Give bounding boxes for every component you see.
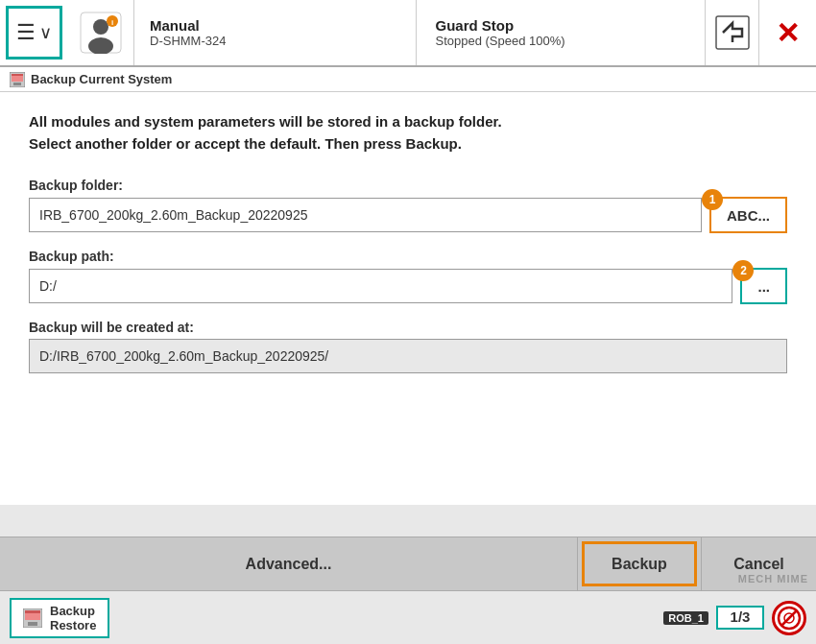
fraction-display: 1/3 bbox=[716, 606, 764, 630]
return-icon-button[interactable] bbox=[705, 0, 758, 65]
backup-restore-button[interactable]: Backup Restore bbox=[10, 598, 109, 638]
subtitle-bar: Backup Current System bbox=[0, 67, 816, 92]
backup-path-input[interactable] bbox=[29, 269, 732, 303]
fraction-value: 1/3 bbox=[731, 609, 751, 626]
description-text: All modules and system parameters will b… bbox=[29, 111, 787, 155]
status-right: ROB_1 1/3 bbox=[663, 601, 806, 635]
svg-point-2 bbox=[88, 37, 113, 54]
backup-created-value: D:/IRB_6700_200kg_2.60m_Backup_20220925/ bbox=[29, 339, 787, 373]
status-bar: Backup Restore ROB_1 1/3 bbox=[0, 590, 816, 644]
backup-path-browse-button[interactable]: 2 ... bbox=[740, 268, 787, 304]
no-go-icon bbox=[777, 606, 802, 631]
mode-label: Manual bbox=[150, 17, 400, 34]
hamburger-icon: ☰ bbox=[16, 22, 36, 43]
guard-status-label: Guard Stop bbox=[436, 17, 686, 34]
user-info: i bbox=[68, 0, 134, 65]
svg-rect-13 bbox=[28, 622, 37, 626]
svg-rect-9 bbox=[13, 83, 21, 85]
device-info: Manual D-SHMM-324 bbox=[134, 0, 417, 65]
close-button[interactable]: ✕ bbox=[758, 0, 816, 65]
speed-status-label: Stopped (Speed 100%) bbox=[436, 34, 686, 48]
close-icon: ✕ bbox=[776, 16, 800, 50]
backup-path-label: Backup path: bbox=[29, 249, 787, 264]
backup-folder-row: 1 ABC... bbox=[29, 197, 787, 233]
svg-rect-5 bbox=[716, 16, 749, 49]
rob-label: ROB_1 bbox=[663, 611, 708, 625]
svg-text:i: i bbox=[111, 18, 113, 27]
main-content: All modules and system parameters will b… bbox=[0, 92, 816, 505]
user-icon: i bbox=[80, 12, 122, 54]
svg-rect-12 bbox=[25, 610, 40, 613]
svg-rect-8 bbox=[12, 74, 23, 76]
menu-button[interactable]: ☰ ∨ bbox=[6, 6, 62, 60]
backup-created-label: Backup will be created at: bbox=[29, 320, 787, 335]
status-info: Guard Stop Stopped (Speed 100%) bbox=[417, 0, 706, 65]
backup-restore-label: Backup Restore bbox=[50, 604, 96, 632]
return-icon bbox=[715, 15, 750, 50]
watermark: MECH MIME bbox=[738, 573, 808, 584]
backup-icon bbox=[10, 72, 25, 87]
top-bar: ☰ ∨ i Manual D-SHMM-324 Guard Stop Stopp… bbox=[0, 0, 816, 67]
backup-folder-label: Backup folder: bbox=[29, 178, 787, 193]
backup-button[interactable]: Backup bbox=[582, 541, 697, 586]
backup-path-row: 2 ... bbox=[29, 268, 787, 304]
backup-folder-browse-button[interactable]: 1 ABC... bbox=[709, 197, 787, 233]
svg-point-1 bbox=[93, 19, 108, 35]
badge-1: 1 bbox=[702, 189, 723, 210]
advanced-button[interactable]: Advanced... bbox=[0, 537, 578, 590]
backup-folder-input[interactable] bbox=[29, 198, 702, 232]
subtitle-label: Backup Current System bbox=[31, 72, 172, 86]
action-bar: Advanced... Backup Cancel bbox=[0, 537, 816, 590]
backup-restore-icon bbox=[23, 608, 42, 628]
device-label: D-SHMM-324 bbox=[150, 34, 400, 48]
badge-2: 2 bbox=[732, 260, 754, 281]
stop-icon bbox=[772, 601, 806, 635]
chevron-down-icon: ∨ bbox=[39, 22, 52, 43]
